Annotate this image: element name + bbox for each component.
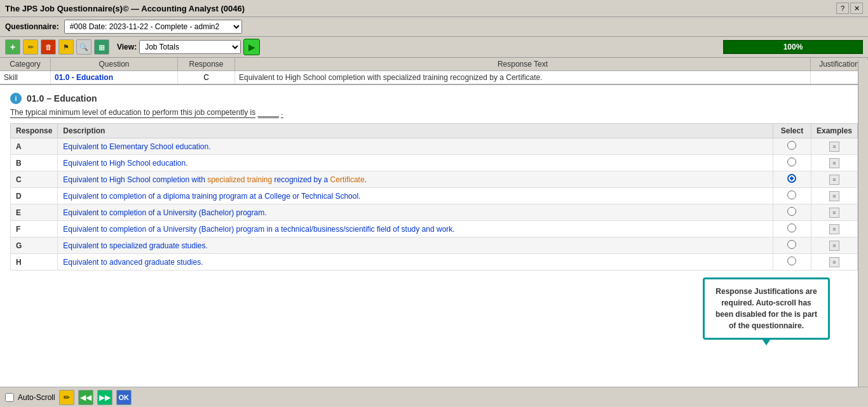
row-letter: A bbox=[11, 138, 58, 155]
app-title: The JPS Job Questionnaire(s)© — Accounti… bbox=[5, 4, 245, 13]
help-button[interactable]: ? bbox=[836, 3, 849, 14]
play-icon: ▶ bbox=[248, 42, 255, 52]
next-icon: ▶▶ bbox=[99, 393, 111, 402]
row-examples[interactable]: ≡ bbox=[811, 237, 857, 254]
row-select[interactable] bbox=[773, 155, 811, 171]
table-row: H Equivalent to advanced graduate studie… bbox=[11, 254, 858, 270]
edit-bottom-button[interactable]: ✏ bbox=[59, 390, 74, 405]
row-desc: Equivalent to High School education. bbox=[58, 155, 773, 171]
row-examples[interactable]: ≡ bbox=[811, 171, 857, 188]
th-question: Question bbox=[51, 58, 178, 70]
search-button[interactable]: 🔍 bbox=[76, 39, 92, 55]
row-letter: G bbox=[11, 237, 58, 254]
pencil-icon: ✏ bbox=[28, 43, 34, 51]
table-row: D Equivalent to completion of a diploma … bbox=[11, 188, 858, 204]
flag-button[interactable]: ⚑ bbox=[58, 39, 74, 55]
row-examples[interactable]: ≡ bbox=[811, 221, 857, 237]
th-examples: Examples bbox=[811, 124, 857, 138]
row-select[interactable] bbox=[773, 237, 811, 254]
toolbar-row: + ✏ 🗑 ⚑ 🔍 ▦ View: Job Totals ▶ 100% bbox=[0, 37, 868, 58]
row-select[interactable] bbox=[773, 188, 811, 204]
radio-f[interactable] bbox=[787, 224, 796, 232]
title-bar: The JPS Job Questionnaire(s)© — Accounti… bbox=[0, 0, 868, 17]
th-description: Description bbox=[58, 124, 773, 138]
search-icon: 🔍 bbox=[79, 43, 88, 51]
th-response: Response bbox=[178, 58, 235, 70]
row-letter: D bbox=[11, 188, 58, 204]
grid-button[interactable]: ▦ bbox=[94, 39, 109, 55]
table-row: F Equivalent to completion of a Universi… bbox=[11, 221, 858, 237]
pencil-bottom-icon: ✏ bbox=[64, 393, 70, 402]
trash-icon: 🗑 bbox=[45, 43, 52, 51]
row-select[interactable] bbox=[773, 204, 811, 221]
example-icon-f[interactable]: ≡ bbox=[829, 224, 839, 234]
th-select: Select bbox=[773, 124, 811, 138]
row-examples[interactable]: ≡ bbox=[811, 254, 857, 270]
ok-icon: OK bbox=[118, 394, 129, 401]
th-category: Category bbox=[0, 58, 51, 70]
add-button[interactable]: + bbox=[5, 39, 20, 55]
row-desc: Equivalent to completion of a diploma tr… bbox=[58, 188, 773, 204]
next-button[interactable]: ▶▶ bbox=[97, 390, 112, 405]
table-header: Category Question Response Response Text… bbox=[0, 58, 868, 71]
row-select[interactable] bbox=[773, 254, 811, 270]
plus-icon: + bbox=[10, 42, 15, 52]
close-button[interactable]: ✕ bbox=[850, 3, 863, 14]
prev-button[interactable]: ◀◀ bbox=[78, 390, 93, 405]
example-icon-e[interactable]: ≡ bbox=[829, 208, 839, 218]
questionnaire-select[interactable]: #008 Date: 2023-11-22 - Complete - admin… bbox=[64, 20, 242, 34]
progress-bar: 100% bbox=[723, 40, 863, 54]
bottom-bar: Auto-Scroll ✏ ◀◀ ▶▶ OK bbox=[0, 387, 868, 407]
question-text: The typical minimum level of education t… bbox=[10, 108, 858, 117]
row-desc: Equivalent to High School completion wit… bbox=[58, 171, 773, 188]
row-examples[interactable]: ≡ bbox=[811, 138, 857, 155]
radio-a[interactable] bbox=[787, 141, 796, 150]
th-response-text: Response Text bbox=[235, 58, 811, 70]
view-select[interactable]: Job Totals bbox=[139, 40, 241, 54]
play-button[interactable]: ▶ bbox=[243, 39, 260, 55]
tooltip-text: Response Justifications are required. Au… bbox=[715, 287, 817, 330]
scrollbar[interactable] bbox=[858, 60, 868, 387]
radio-e[interactable] bbox=[787, 207, 796, 216]
table-header-row: Response Description Select Examples bbox=[11, 124, 858, 138]
example-icon-g[interactable]: ≡ bbox=[829, 241, 839, 251]
table-row: E Equivalent to completion of a Universi… bbox=[11, 204, 858, 221]
radio-g[interactable] bbox=[787, 240, 796, 249]
example-icon-c[interactable]: ≡ bbox=[829, 175, 839, 185]
example-icon-d[interactable]: ≡ bbox=[829, 191, 839, 201]
radio-h[interactable] bbox=[787, 257, 796, 265]
row-select[interactable] bbox=[773, 221, 811, 237]
question-blank: _____ bbox=[258, 108, 279, 118]
row-examples[interactable]: ≡ bbox=[811, 204, 857, 221]
table-row: A Equivalent to Elementary School educat… bbox=[11, 138, 858, 155]
ok-button[interactable]: OK bbox=[116, 390, 132, 405]
row-examples[interactable]: ≡ bbox=[811, 155, 857, 171]
view-label: View: bbox=[117, 43, 137, 51]
question-suffix: . bbox=[281, 108, 283, 118]
row-select[interactable] bbox=[773, 171, 811, 188]
th-letter: Response bbox=[11, 124, 58, 138]
row-letter: C bbox=[11, 171, 58, 188]
tooltip-arrow bbox=[761, 338, 771, 345]
example-icon-a[interactable]: ≡ bbox=[829, 142, 839, 152]
auto-scroll-label: Auto-Scroll bbox=[18, 393, 55, 402]
questionnaire-label: Questionnaire: bbox=[5, 22, 59, 31]
auto-scroll-checkbox[interactable] bbox=[5, 393, 14, 402]
flag-icon: ⚑ bbox=[63, 43, 69, 51]
row-desc: Equivalent to Elementary School educatio… bbox=[58, 138, 773, 155]
response-tbody: A Equivalent to Elementary School educat… bbox=[11, 138, 858, 270]
example-icon-b[interactable]: ≡ bbox=[829, 158, 839, 168]
radio-d[interactable] bbox=[787, 190, 796, 199]
radio-b[interactable] bbox=[787, 157, 796, 166]
delete-button[interactable]: 🗑 bbox=[41, 39, 56, 55]
progress-value: 100% bbox=[783, 43, 803, 51]
row-examples[interactable]: ≡ bbox=[811, 188, 857, 204]
radio-c[interactable] bbox=[787, 174, 796, 183]
info-icon: i bbox=[10, 93, 22, 104]
question-header: i 01.0 – Education bbox=[10, 93, 858, 104]
edit-button[interactable]: ✏ bbox=[23, 39, 38, 55]
response-table: Response Description Select Examples A E… bbox=[10, 123, 858, 270]
row-category: Skill bbox=[0, 71, 51, 84]
row-select[interactable] bbox=[773, 138, 811, 155]
example-icon-h[interactable]: ≡ bbox=[829, 257, 839, 267]
